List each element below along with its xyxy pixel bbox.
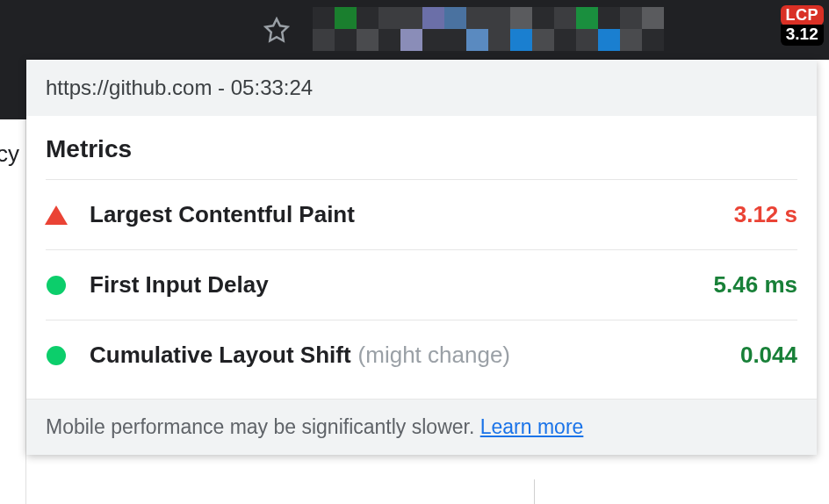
extensions-area	[313, 7, 664, 51]
status-circle-icon	[46, 275, 67, 296]
status-triangle-icon	[46, 205, 67, 226]
extension-icon[interactable]	[357, 7, 400, 51]
extension-icon[interactable]	[532, 7, 576, 51]
lcp-badge-value: 3.12	[781, 25, 824, 46]
learn-more-link[interactable]: Learn more	[480, 415, 584, 438]
extension-icon[interactable]	[620, 7, 664, 51]
popup-footer: Mobile performance may be significantly …	[26, 399, 817, 455]
lcp-badge-label: LCP	[781, 5, 825, 25]
popup-header: https://github.com - 05:33:24	[26, 60, 817, 116]
extension-icon[interactable]	[488, 7, 532, 51]
metric-value: 0.044	[740, 342, 797, 369]
metric-label: Cumulative Layout Shift	[90, 342, 351, 369]
web-vitals-badge[interactable]: LCP 3.12	[781, 5, 825, 46]
page-left-edge	[0, 60, 26, 504]
status-circle-icon	[46, 345, 67, 366]
extension-icon[interactable]	[576, 7, 620, 51]
page-divider	[534, 479, 535, 504]
metric-value: 5.46 ms	[714, 271, 797, 299]
extension-icon[interactable]	[313, 7, 357, 51]
extension-icon[interactable]	[444, 7, 488, 51]
metrics-heading: Metrics	[46, 135, 797, 163]
metric-value: 3.12 s	[734, 201, 797, 228]
footer-text: Mobile performance may be significantly …	[46, 415, 480, 438]
browser-toolbar: LCP 3.12	[0, 0, 829, 60]
web-vitals-popup: https://github.com - 05:33:24 Metrics La…	[26, 60, 817, 455]
metric-label: Largest Contentful Paint	[90, 201, 355, 228]
page-text-fragment: cy	[0, 140, 19, 168]
metric-row-fid: First Input Delay 5.46 ms	[46, 249, 797, 320]
metric-label: First Input Delay	[90, 271, 269, 299]
metric-row-cls: Cumulative Layout Shift (might change) 0…	[46, 320, 797, 390]
bookmark-star-icon[interactable]	[263, 17, 290, 43]
extension-icon[interactable]	[400, 7, 444, 51]
metric-note: (might change)	[358, 342, 510, 369]
metric-row-lcp: Largest Contentful Paint 3.12 s	[46, 179, 797, 249]
